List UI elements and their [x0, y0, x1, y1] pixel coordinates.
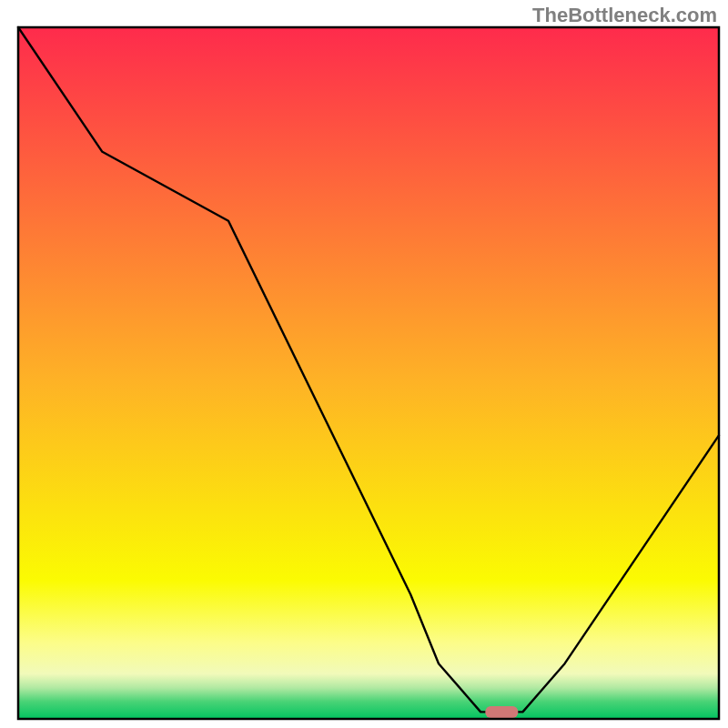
- gradient-background: [18, 27, 719, 719]
- optimal-marker: [485, 706, 518, 718]
- chart-container: TheBottleneck.com: [0, 0, 728, 728]
- bottleneck-chart: [0, 0, 728, 728]
- watermark-text: TheBottleneck.com: [532, 4, 717, 27]
